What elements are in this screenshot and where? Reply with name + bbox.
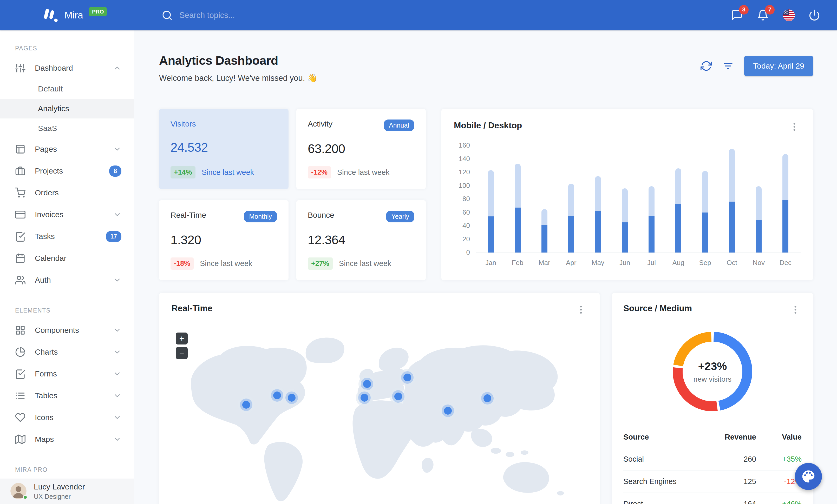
stat-card-bounce: Bounce Yearly 12.364 +27% Since last wee… [296, 200, 426, 280]
chevron-down-icon [113, 276, 121, 284]
bar-feb[interactable] [510, 164, 525, 253]
map-zoom-in-button[interactable]: + [176, 333, 188, 344]
sidebar-item-icons[interactable]: Icons [0, 407, 134, 428]
plot-area [476, 146, 801, 253]
filter-button[interactable] [723, 60, 734, 72]
sidebar-item-orders[interactable]: Orders [0, 182, 134, 204]
bar-dec[interactable] [778, 154, 793, 253]
bar-segment-desktop [648, 186, 655, 216]
sidebar-item-pages[interactable]: Pages [0, 138, 134, 160]
map-markers [165, 323, 593, 504]
bar-jul[interactable] [644, 186, 659, 253]
map-marker[interactable] [288, 394, 296, 402]
sidebar-item-label: Analytics [38, 104, 69, 113]
sidebar: PAGES Dashboard Default Analytics SaaS P… [0, 31, 134, 504]
stat-caption: Since last week [202, 168, 254, 177]
map-marker[interactable] [404, 374, 411, 381]
sidebar-item-label: Calendar [35, 254, 67, 263]
header-divider [159, 95, 813, 95]
card-menu-button[interactable] [575, 303, 587, 316]
y-tick-label: 0 [466, 248, 470, 257]
y-tick-label: 20 [462, 235, 470, 243]
messages-count-badge: 3 [739, 5, 749, 15]
theme-settings-fab[interactable] [795, 463, 822, 490]
bar-segment-mobile [729, 202, 735, 253]
card-menu-button[interactable] [788, 120, 801, 133]
chevron-down-icon [113, 210, 121, 219]
bar-sep[interactable] [698, 171, 712, 253]
sidebar-item-charts[interactable]: Charts [0, 341, 134, 363]
bar-nov[interactable] [751, 186, 766, 253]
logout-button[interactable] [808, 9, 821, 22]
stat-value: 63.200 [308, 142, 414, 156]
search-input[interactable] [179, 11, 340, 20]
bar-aug[interactable] [671, 168, 686, 253]
sidebar-item-label: Components [35, 326, 79, 335]
sidebar-item-tables[interactable]: Tables [0, 385, 134, 407]
sidebar-item-calendar[interactable]: Calendar [0, 247, 134, 269]
map-zoom-out-button[interactable]: − [176, 347, 188, 359]
sidebar-item-auth[interactable]: Auth [0, 269, 134, 291]
map-marker[interactable] [360, 394, 368, 402]
stats-grid: Visitors 24.532 +14% Since last week Act… [159, 109, 426, 280]
bar-apr[interactable] [564, 184, 578, 253]
sidebar-item-default[interactable]: Default [0, 79, 134, 99]
bar-oct[interactable] [725, 149, 739, 253]
bar-segment-mobile [488, 217, 494, 253]
bar-segment-desktop [755, 186, 762, 220]
realtime-map-card: Real-Time + − [159, 293, 600, 504]
bar-may[interactable] [591, 176, 605, 253]
stat-value: 12.364 [308, 233, 414, 247]
map-icon [15, 434, 25, 445]
messages-button[interactable]: 3 [731, 9, 744, 22]
sidebar-section-elements: ELEMENTS [0, 307, 134, 314]
sidebar-item-forms[interactable]: Forms [0, 363, 134, 385]
map-marker[interactable] [394, 393, 402, 400]
us-flag-icon [783, 10, 795, 21]
table-header-revenue: Revenue [698, 433, 756, 442]
refresh-button[interactable] [700, 60, 712, 72]
x-tick-label: Aug [671, 259, 686, 267]
sidebar-item-tasks[interactable]: Tasks 17 [0, 225, 134, 247]
bar-jan[interactable] [483, 170, 498, 253]
map-marker[interactable] [242, 401, 250, 409]
kebab-menu-icon [790, 304, 801, 315]
stat-title: Real-Time [171, 211, 206, 220]
sidebar-item-projects[interactable]: Projects 8 [0, 160, 134, 182]
sidebar-item-dashboard[interactable]: Dashboard [0, 57, 134, 79]
sidebar-item-saas[interactable]: SaaS [0, 118, 134, 138]
stat-card-visitors: Visitors 24.532 +14% Since last week [159, 109, 288, 189]
source-cell: Direct [623, 500, 698, 504]
x-tick-label: Apr [564, 259, 578, 267]
sidebar-item-analytics[interactable]: Analytics [0, 99, 134, 118]
map-marker[interactable] [483, 394, 491, 402]
stat-delta-badge: -18% [171, 258, 194, 270]
sidebar-item-invoices[interactable]: Invoices [0, 204, 134, 225]
sidebar-item-components[interactable]: Components [0, 319, 134, 341]
sidebar-item-label: Icons [35, 413, 54, 422]
search-icon [162, 10, 173, 21]
sidebar-item-maps[interactable]: Maps [0, 428, 134, 450]
mira-logo-icon [42, 6, 59, 23]
chevron-down-icon [113, 326, 121, 334]
online-status-dot [23, 495, 28, 500]
calendar-icon [15, 253, 25, 263]
card-menu-button[interactable] [789, 303, 802, 316]
welcome-message: Welcome back, Lucy! We've missed you. 👋 [159, 73, 317, 83]
user-name: Lucy Lavender [34, 482, 85, 491]
bar-jun[interactable] [617, 188, 632, 253]
main-content: Analytics Dashboard Welcome back, Lucy! … [134, 31, 837, 504]
language-flag-button[interactable] [783, 10, 795, 21]
navbar-search [162, 10, 731, 21]
map-marker[interactable] [273, 392, 281, 399]
sidebar-user-card[interactable]: Lucy Lavender UX Designer [0, 479, 134, 504]
notifications-button[interactable]: 7 [757, 9, 769, 22]
check-square-icon [15, 369, 25, 379]
table-row: Search Engines 125 -12% [623, 470, 802, 493]
y-tick-label: 80 [462, 195, 470, 203]
map-title: Real-Time [172, 303, 212, 313]
bar-mar[interactable] [537, 209, 552, 253]
date-range-button[interactable]: Today: April 29 [744, 56, 813, 76]
map-marker[interactable] [363, 380, 371, 388]
map-marker[interactable] [444, 407, 452, 415]
